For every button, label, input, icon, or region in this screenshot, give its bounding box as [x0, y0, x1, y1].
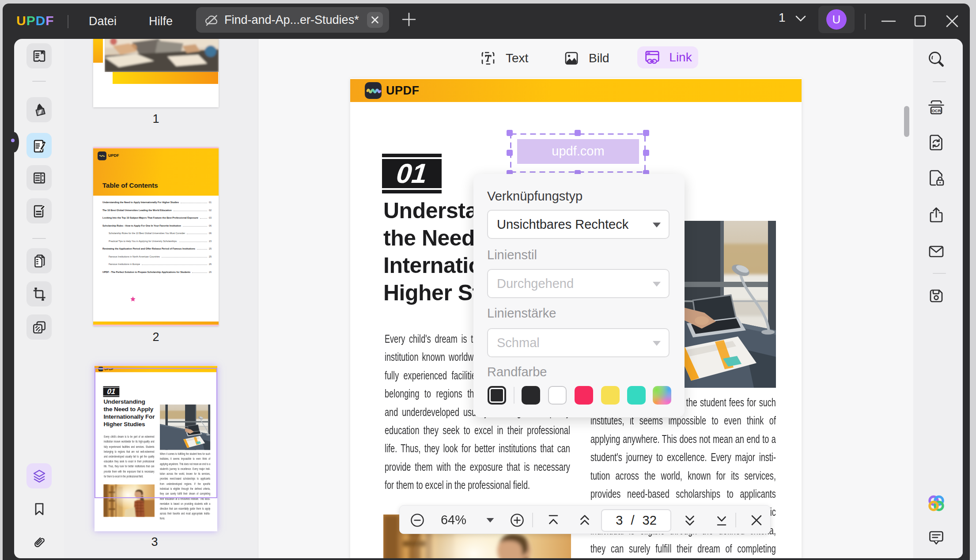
swatch-yellow[interactable] — [601, 386, 620, 405]
zoom-level[interactable]: 64% — [436, 506, 471, 534]
rail-divider — [32, 81, 46, 82]
menu-help[interactable]: Hilfe — [149, 15, 173, 28]
titlebar: UPDF Datei Hilfe Find-and-Ap...er-Studie… — [3, 4, 970, 39]
thumbnail-page-3-current[interactable]: UPDF 01 Understanding the Need to Apply … — [95, 366, 217, 531]
extract-pages-button[interactable] — [26, 248, 52, 273]
page-number-box[interactable]: 3 / 32 — [601, 509, 671, 532]
maximize-button[interactable] — [911, 11, 930, 31]
toc-leader — [197, 249, 207, 250]
edit-tool-button-active[interactable] — [26, 133, 52, 158]
pdf-brand-logo — [98, 367, 103, 371]
thumbnail-page-1[interactable] — [93, 39, 219, 107]
body-line: life. Thus, they look for better institu… — [104, 464, 154, 469]
resize-handle-n[interactable] — [575, 130, 581, 136]
layers-panel-button-active[interactable] — [26, 463, 52, 488]
swatch-black[interactable] — [522, 386, 540, 405]
toc-row: The 10 Best Global Universities Leading … — [102, 209, 212, 217]
last-page-button[interactable] — [712, 506, 731, 534]
minimize-button[interactable] — [879, 11, 898, 31]
document-tab[interactable]: Find-and-Ap...er-Studies* — [196, 7, 389, 33]
document-column-2: When it comes to fulfilling the student … — [160, 451, 210, 521]
toc-label: Scholarship Rules - How to Apply For One… — [102, 224, 181, 227]
zoom-menu-caret[interactable] — [484, 506, 497, 534]
resize-handle-w[interactable] — [507, 150, 513, 156]
titlebar-divider — [865, 14, 866, 30]
resize-handle-e[interactable] — [643, 150, 649, 156]
fill-sign-button[interactable] — [26, 198, 52, 223]
body-line: applying anywhere. This does not mean an… — [160, 462, 210, 466]
attachments-button[interactable] — [26, 530, 52, 555]
convert-button[interactable] — [925, 131, 948, 154]
close-toolbar-button[interactable] — [747, 506, 766, 534]
body-line: for them to excel in the professional fi… — [104, 474, 154, 479]
link-type-value: Unsichtbares Rechteck — [497, 217, 628, 231]
body-line: they can surely fulfill their dream of c… — [160, 491, 210, 496]
resize-handle-ne[interactable] — [643, 130, 649, 136]
tool-link-active[interactable]: Link — [637, 46, 698, 68]
zoom-in-button[interactable] — [507, 506, 527, 534]
new-tab-button[interactable] — [399, 10, 419, 29]
account-button[interactable]: U — [818, 6, 855, 33]
swatch-selected-black[interactable] — [488, 386, 506, 405]
toc-page: 23 — [209, 240, 212, 242]
menu-file[interactable]: Datei — [89, 15, 117, 28]
toc-label: Famous Institutions in Europe — [109, 263, 140, 265]
swatch-teal[interactable] — [627, 386, 646, 405]
toc-leader — [162, 257, 207, 257]
feedback-button[interactable] — [925, 526, 948, 549]
comment-tool-button[interactable] — [26, 97, 52, 122]
zoom-out-button[interactable] — [408, 506, 427, 534]
search-button[interactable] — [925, 48, 948, 71]
link-type-select[interactable]: Unsichtbares Rechteck — [487, 210, 670, 239]
resize-handle-nw[interactable] — [507, 130, 513, 136]
previous-page-button[interactable] — [575, 506, 594, 534]
tab-close-button[interactable] — [367, 12, 383, 28]
left-toolbar — [14, 39, 64, 558]
share-button[interactable] — [925, 204, 948, 227]
logo-letter: D — [36, 13, 46, 28]
body-line: their education at a renowned institute.… — [160, 496, 210, 501]
close-window-button[interactable] — [942, 11, 962, 31]
tool-image[interactable]: Bild — [563, 46, 609, 70]
body-line: individual is eligible through the defin… — [160, 486, 210, 491]
toc-leader — [192, 272, 207, 273]
canvas-scrollbar-thumb[interactable] — [904, 106, 909, 137]
save-button[interactable] — [925, 284, 948, 307]
updf-ai-button[interactable] — [925, 492, 948, 515]
chevron-down-icon — [795, 15, 806, 23]
link-annotation-selection[interactable]: updf.com — [510, 133, 646, 173]
reader-mode-button[interactable] — [26, 43, 52, 68]
ocr-button[interactable]: OCR — [925, 96, 948, 119]
protect-button[interactable] — [925, 166, 948, 189]
tool-text[interactable]: Text — [479, 46, 528, 70]
page-navigation-toolbar: 64% 3 / — [399, 505, 771, 534]
link-annotation[interactable]: updf.com — [517, 139, 639, 164]
bookmarks-button[interactable] — [26, 496, 52, 522]
toc-label: The 10 Best Global Universities Leading … — [102, 209, 172, 212]
swatch-rainbow[interactable] — [653, 386, 671, 405]
line-style-select[interactable]: Durchgehend — [487, 269, 670, 298]
thumb2-comment-pin — [129, 295, 136, 303]
mail-button[interactable] — [925, 240, 948, 263]
toc-leader — [174, 211, 207, 211]
thumbnail-page-2[interactable]: UPDF Table of Contents Understanding the… — [93, 147, 219, 326]
thumb2-brand: UPDF — [108, 153, 119, 158]
toc-leader — [187, 234, 207, 234]
swatch-white[interactable] — [548, 386, 567, 405]
heading-line: Higher Studies — [103, 420, 156, 428]
toc-label: UPDF - The Perfect Solution to Prepare S… — [102, 271, 190, 273]
body-line: education they seek to excel in their pr… — [104, 459, 154, 464]
window-page-selector[interactable]: 1 — [779, 11, 806, 25]
watermark-button[interactable] — [26, 314, 52, 340]
next-page-button[interactable] — [680, 506, 700, 534]
line-width-select[interactable]: Schmal — [487, 328, 670, 357]
watermark-icon — [31, 319, 47, 335]
crop-pages-button[interactable] — [26, 281, 52, 306]
tab-title: Find-and-Ap...er-Studies* — [224, 13, 359, 27]
border-color-label: Randfarbe — [487, 365, 547, 379]
swatch-pink[interactable] — [575, 386, 593, 405]
document-column-1: Every child's dream is to be part of an … — [104, 434, 154, 479]
document-photo-library — [103, 484, 155, 517]
organize-pages-button[interactable] — [26, 165, 52, 190]
first-page-button[interactable] — [544, 506, 563, 534]
